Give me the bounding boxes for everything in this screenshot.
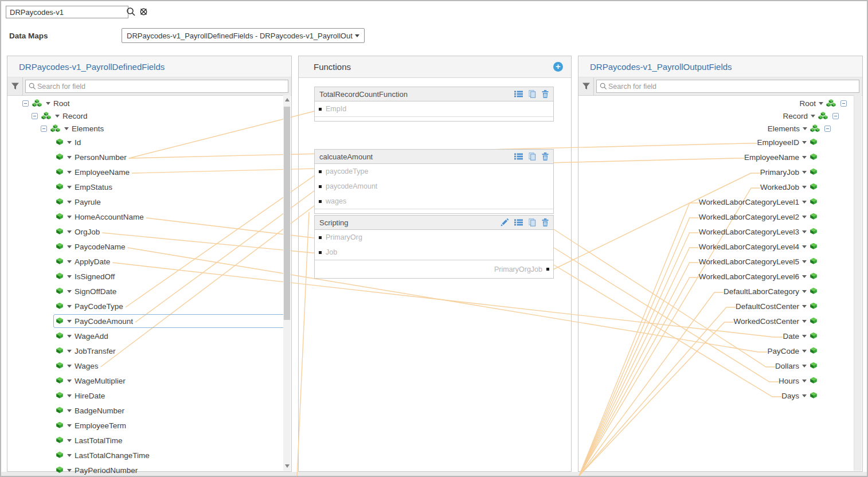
function-input-row[interactable]: paycodeAmount — [315, 179, 553, 194]
scroll-up-icon[interactable] — [285, 98, 290, 101]
chevron-down-icon[interactable] — [67, 275, 72, 278]
chevron-down-icon[interactable] — [802, 141, 807, 144]
copy-icon[interactable] — [529, 153, 536, 161]
tree-row[interactable]: Days — [578, 388, 862, 403]
chevron-down-icon[interactable] — [803, 127, 807, 130]
input-anchor[interactable] — [319, 251, 322, 254]
function-input-row[interactable]: Job — [315, 245, 553, 260]
chevron-down-icon[interactable] — [67, 350, 72, 353]
function-input-row[interactable]: paycodeType — [315, 164, 553, 179]
chevron-down-icon[interactable] — [819, 102, 823, 105]
chevron-down-icon[interactable] — [67, 186, 72, 189]
function-box[interactable]: Scripting PrimaryOrg Job PrimaryOrgJob — [314, 215, 554, 279]
chevron-down-icon[interactable] — [802, 156, 807, 159]
chevron-down-icon[interactable] — [67, 380, 72, 382]
chevron-down-icon[interactable] — [802, 216, 807, 218]
delete-icon[interactable] — [542, 90, 549, 98]
chevron-down-icon[interactable] — [802, 171, 807, 174]
tree-row[interactable]: LastTotalTime — [7, 433, 291, 448]
tree-row[interactable]: Elements — [578, 122, 862, 135]
properties-icon[interactable] — [514, 219, 523, 226]
chevron-down-icon[interactable] — [46, 102, 50, 105]
chevron-down-icon[interactable] — [67, 365, 72, 367]
collapse-icon[interactable] — [824, 126, 831, 132]
chevron-down-icon[interactable] — [802, 320, 807, 323]
chevron-down-icon[interactable] — [802, 350, 807, 353]
chevron-down-icon[interactable] — [67, 335, 72, 338]
tree-row[interactable]: Root — [7, 97, 291, 110]
chevron-down-icon[interactable] — [67, 320, 72, 323]
scrollbar-thumb[interactable] — [284, 107, 290, 320]
chevron-down-icon[interactable] — [67, 230, 72, 233]
tree-row[interactable]: BadgeNumber — [7, 403, 291, 418]
input-anchor[interactable] — [319, 185, 322, 188]
tree-row[interactable]: LastTotalChangeTime — [7, 448, 291, 463]
tree-row[interactable]: Payrule — [7, 194, 291, 209]
chevron-down-icon[interactable] — [67, 156, 72, 159]
tree-row[interactable]: WorkedLaborCategoryLevel1 — [578, 194, 862, 209]
tree-row[interactable]: ApplyDate — [7, 254, 291, 269]
global-search-input[interactable] — [6, 6, 128, 18]
delete-icon[interactable] — [542, 218, 549, 226]
collapse-icon[interactable] — [840, 100, 847, 107]
input-anchor[interactable] — [319, 236, 322, 239]
chevron-down-icon[interactable] — [67, 424, 72, 427]
tree-row[interactable]: WorkedLaborCategoryLevel6 — [578, 269, 862, 284]
properties-icon[interactable] — [514, 91, 523, 97]
tree-row[interactable]: SignOffDate — [7, 284, 291, 299]
tree-row[interactable]: PrimaryJob — [578, 165, 862, 179]
input-anchor[interactable] — [319, 200, 322, 203]
scrollbar[interactable] — [283, 95, 291, 471]
chevron-down-icon[interactable] — [67, 409, 72, 412]
tree-row[interactable]: Hours — [578, 373, 862, 388]
chevron-down-icon[interactable] — [811, 115, 815, 118]
tree-row[interactable]: WorkedJob — [578, 179, 862, 194]
chevron-down-icon[interactable] — [67, 290, 72, 293]
tree-row[interactable]: IsSignedOff — [7, 269, 291, 284]
edit-icon[interactable] — [501, 218, 509, 226]
filter-funnel-icon[interactable] — [578, 77, 594, 95]
chevron-down-icon[interactable] — [802, 201, 807, 204]
tree-row[interactable]: Wages — [7, 358, 291, 373]
collapse-icon[interactable] — [41, 126, 47, 132]
function-output-row[interactable]: PrimaryOrgJob — [315, 260, 553, 278]
filter-funnel-icon[interactable] — [7, 77, 23, 95]
tree-row[interactable]: PayCodeType — [7, 299, 291, 314]
chevron-down-icon[interactable] — [67, 454, 72, 457]
scroll-down-icon[interactable] — [285, 464, 290, 468]
tree-row[interactable]: Root — [578, 97, 862, 110]
tree-row[interactable]: DefaultLaborCategory — [578, 284, 862, 299]
datamap-select[interactable]: DRPaycodes-v1_PayrollDefinedFields - DRP… — [122, 28, 365, 43]
copy-icon[interactable] — [529, 90, 536, 98]
collapse-icon[interactable] — [832, 113, 839, 119]
chevron-down-icon[interactable] — [67, 201, 72, 204]
tree-row[interactable]: HomeAccountName — [7, 209, 291, 224]
tree-row[interactable]: WageMultiplier — [7, 373, 291, 388]
chevron-down-icon[interactable] — [802, 305, 807, 308]
chevron-down-icon[interactable] — [55, 115, 60, 118]
chevron-down-icon[interactable] — [802, 260, 807, 263]
function-input-row[interactable]: EmpId — [315, 101, 553, 116]
tree-row[interactable]: EmployeeName — [7, 165, 291, 179]
clear-search-icon[interactable] — [139, 7, 148, 19]
tree-row[interactable]: EmployeeTerm — [7, 418, 291, 433]
search-icon[interactable] — [126, 7, 136, 19]
tree-row[interactable]: WorkedLaborCategoryLevel2 — [578, 209, 862, 224]
collapse-icon[interactable] — [22, 100, 29, 107]
chevron-down-icon[interactable] — [67, 305, 72, 308]
scrollbar[interactable] — [854, 95, 862, 471]
chevron-down-icon[interactable] — [802, 394, 807, 397]
chevron-down-icon[interactable] — [802, 335, 807, 338]
chevron-down-icon[interactable] — [802, 245, 807, 248]
delete-icon[interactable] — [542, 153, 549, 161]
tree-row[interactable]: Elements — [7, 122, 291, 135]
function-input-row[interactable]: PrimaryOrg — [315, 230, 553, 245]
tree-row[interactable]: EmpStatus — [7, 179, 291, 194]
tree-row[interactable]: Record — [7, 110, 291, 122]
collapse-icon[interactable] — [32, 113, 38, 119]
function-box[interactable]: calcuateAmount paycodeType paycodeAmount… — [314, 149, 554, 214]
chevron-down-icon[interactable] — [67, 260, 72, 263]
chevron-down-icon[interactable] — [67, 141, 72, 144]
tree-row[interactable]: Dollars — [578, 358, 862, 373]
chevron-down-icon[interactable] — [802, 380, 807, 382]
